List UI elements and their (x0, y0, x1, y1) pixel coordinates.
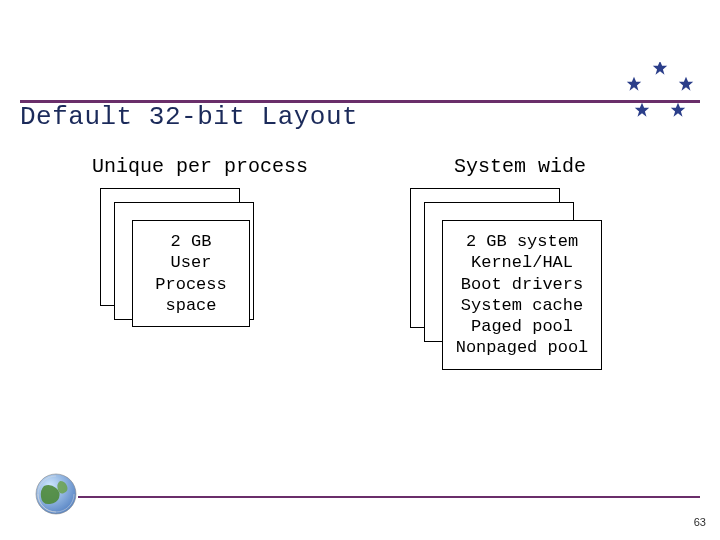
svg-marker-0 (653, 62, 667, 75)
content-area: Unique per process 2 GB User Process spa… (70, 155, 650, 388)
card-line: 2 GB (171, 231, 212, 252)
svg-marker-2 (679, 77, 693, 91)
right-card: 2 GB system Kernel/HAL Boot drivers Syst… (442, 220, 602, 370)
card-line: space (165, 295, 216, 316)
left-column: Unique per process 2 GB User Process spa… (70, 155, 330, 388)
card-line: Process (155, 274, 226, 295)
footer-underline (78, 496, 700, 498)
left-heading: Unique per process (70, 155, 330, 178)
title-row: Default 32-bit Layout (20, 62, 700, 132)
card-line: Boot drivers (461, 274, 583, 295)
card-line: 2 GB system (466, 231, 578, 252)
right-heading: System wide (390, 155, 650, 178)
title-underline (20, 100, 700, 103)
right-card-stack: 2 GB system Kernel/HAL Boot drivers Syst… (410, 188, 620, 388)
svg-marker-3 (635, 103, 649, 117)
right-column: System wide 2 GB system Kernel/HAL Boot … (390, 155, 650, 388)
slide-title: Default 32-bit Layout (20, 102, 358, 132)
globe-icon (34, 472, 78, 516)
card-line: Kernel/HAL (471, 252, 573, 273)
card-line: System cache (461, 295, 583, 316)
card-line: Nonpaged pool (456, 337, 589, 358)
stars-logo (620, 62, 700, 132)
card-line: User (171, 252, 212, 273)
page-number: 63 (694, 516, 706, 528)
left-card-stack: 2 GB User Process space (100, 188, 270, 358)
card-line: Paged pool (471, 316, 573, 337)
slide: Default 32-bit Layout Unique per process (0, 0, 720, 540)
svg-marker-4 (671, 103, 685, 117)
svg-marker-1 (627, 77, 641, 91)
left-card: 2 GB User Process space (132, 220, 250, 327)
